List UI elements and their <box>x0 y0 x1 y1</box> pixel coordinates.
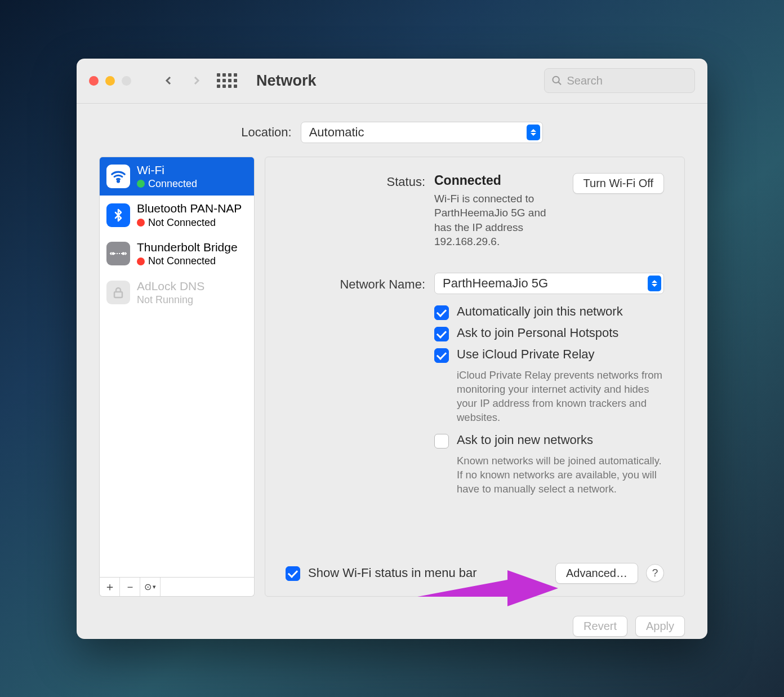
private-relay-row: Use iCloud Private Relay <box>434 347 664 363</box>
network-preferences-window: Network Location: Automatic Wi-Fi <box>77 59 707 639</box>
ask-join-checkbox[interactable] <box>434 434 449 449</box>
location-label: Location: <box>241 125 291 140</box>
private-relay-checkbox[interactable] <box>434 348 449 363</box>
forward-button[interactable] <box>192 76 201 85</box>
service-status: Not Connected <box>148 216 216 229</box>
search-input[interactable] <box>567 74 688 87</box>
window-title: Network <box>256 72 317 90</box>
add-service-button[interactable]: ＋ <box>100 578 120 596</box>
service-status: Not Connected <box>148 255 216 268</box>
window-footer: Revert Apply <box>77 606 707 639</box>
content-area: Wi-Fi Connected Bluetooth PAN-NAP Not Co… <box>77 157 707 606</box>
location-value: Automatic <box>309 125 364 140</box>
svg-point-4 <box>122 252 125 255</box>
nav-arrows <box>164 76 201 85</box>
status-dot-icon <box>137 180 145 188</box>
revert-button[interactable]: Revert <box>573 616 627 637</box>
status-dot-icon <box>137 219 145 227</box>
status-label: Status: <box>286 173 425 250</box>
svg-line-1 <box>558 82 561 85</box>
private-relay-desc: iCloud Private Relay prevents networks f… <box>457 369 664 425</box>
search-field[interactable] <box>544 68 695 93</box>
show-all-button[interactable] <box>217 73 237 88</box>
show-status-checkbox[interactable] <box>286 566 300 581</box>
ask-join-label: Ask to join new networks <box>457 433 593 447</box>
toolbar: Network <box>77 59 707 104</box>
status-description: Wi-Fi is connected to ParthHeemaJio 5G a… <box>434 192 562 250</box>
svg-rect-5 <box>114 292 122 298</box>
sidebar-toolbar: ＋ － ⊙▾ <box>99 578 255 597</box>
network-name-popup[interactable]: ParthHeemaJio 5G <box>434 273 664 294</box>
service-status: Connected <box>148 177 197 190</box>
ask-hotspot-row: Ask to join Personal Hotspots <box>434 326 664 341</box>
auto-join-label: Automatically join this network <box>457 304 623 319</box>
service-name: AdLock DNS <box>137 279 204 294</box>
ask-join-desc: Known networks will be joined automatica… <box>457 454 664 496</box>
minimize-window[interactable] <box>105 76 115 86</box>
status-dot-icon <box>137 258 145 265</box>
detail-panel: Status: Connected Wi-Fi is connected to … <box>265 157 685 597</box>
sidebar-spacer <box>161 578 254 596</box>
thunderbolt-icon <box>106 242 130 265</box>
show-status-label: Show Wi-Fi status in menu bar <box>308 566 547 580</box>
network-name-label: Network Name: <box>286 276 425 292</box>
wifi-icon <box>106 165 130 188</box>
ask-join-row: Ask to join new networks <box>434 433 664 449</box>
network-name-value: ParthHeemaJio 5G <box>443 276 548 291</box>
service-name: Thunderbolt Bridge <box>137 240 238 255</box>
options-group: Automatically join this network Ask to j… <box>434 299 664 504</box>
advanced-button[interactable]: Advanced… <box>555 563 638 584</box>
close-window[interactable] <box>89 76 99 86</box>
auto-join-checkbox[interactable] <box>434 305 449 320</box>
back-button[interactable] <box>164 76 173 85</box>
chevron-updown-icon <box>648 276 661 291</box>
service-name: Bluetooth PAN-NAP <box>137 201 242 216</box>
location-popup[interactable]: Automatic <box>301 122 543 143</box>
service-item-thunderbolt[interactable]: Thunderbolt Bridge Not Connected <box>100 234 254 273</box>
private-relay-label: Use iCloud Private Relay <box>457 347 595 362</box>
apply-button[interactable]: Apply <box>635 616 685 637</box>
location-row: Location: Automatic <box>77 104 707 157</box>
bluetooth-icon <box>106 203 130 227</box>
svg-point-0 <box>553 77 559 83</box>
ask-hotspot-label: Ask to join Personal Hotspots <box>457 326 618 340</box>
lock-icon <box>106 281 130 304</box>
panel-footer: Show Wi-Fi status in menu bar Advanced… … <box>286 563 664 584</box>
wifi-toggle-button[interactable]: Turn Wi-Fi Off <box>573 173 664 194</box>
zoom-window[interactable] <box>122 76 131 86</box>
svg-point-2 <box>118 180 119 182</box>
status-value: Connected <box>434 173 562 188</box>
chevron-updown-icon <box>527 125 540 140</box>
service-actions-button[interactable]: ⊙▾ <box>140 578 161 596</box>
service-sidebar: Wi-Fi Connected Bluetooth PAN-NAP Not Co… <box>99 157 255 597</box>
service-item-wifi[interactable]: Wi-Fi Connected <box>100 157 254 196</box>
service-status: Not Running <box>137 294 193 307</box>
svg-point-3 <box>112 252 115 255</box>
help-button[interactable]: ? <box>646 564 664 582</box>
service-name: Wi-Fi <box>137 163 197 177</box>
service-item-adlock[interactable]: AdLock DNS Not Running <box>100 273 254 312</box>
ask-hotspot-checkbox[interactable] <box>434 327 449 341</box>
window-controls <box>89 76 131 86</box>
search-icon <box>551 74 563 87</box>
remove-service-button[interactable]: － <box>120 578 140 596</box>
service-item-bluetooth[interactable]: Bluetooth PAN-NAP Not Connected <box>100 196 254 234</box>
auto-join-row: Automatically join this network <box>434 304 664 320</box>
service-list[interactable]: Wi-Fi Connected Bluetooth PAN-NAP Not Co… <box>99 157 255 578</box>
